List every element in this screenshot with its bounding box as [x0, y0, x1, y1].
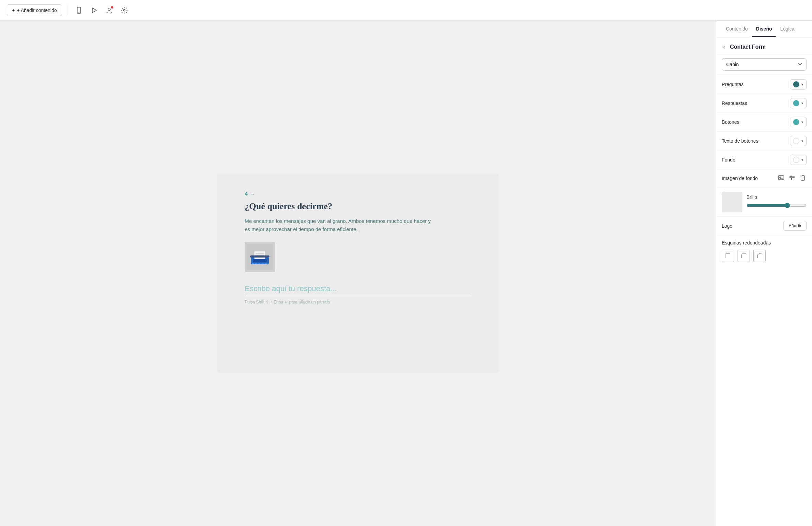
corners-section: Esquinas redondeadas: [716, 235, 812, 267]
question-number-row: 4 →: [245, 191, 471, 197]
preguntas-label: Preguntas: [722, 82, 744, 87]
settings-button[interactable]: [119, 5, 130, 16]
svg-point-23: [792, 177, 793, 178]
panel-tabs: Contenido Diseño Lógica: [716, 21, 812, 37]
question-description: Me encantan los mensajes que van al gran…: [245, 217, 437, 234]
texto-botones-chevron-icon: ▾: [801, 139, 803, 143]
svg-rect-7: [253, 259, 267, 262]
toolbar: + + Añadir contenido: [0, 0, 812, 21]
main-layout: 4 → ¿Qué quieres decirme? Me encantan lo…: [0, 21, 812, 526]
bg-preview-row: Brillo: [722, 192, 807, 212]
botones-color-btn[interactable]: ▾: [790, 117, 807, 127]
botones-chevron-icon: ▾: [801, 120, 803, 124]
preguntas-color-row: Preguntas ▾: [716, 75, 812, 94]
bg-image-label: Imagen de fondo: [722, 176, 758, 181]
svg-point-1: [79, 12, 79, 13]
preguntas-chevron-icon: ▾: [801, 82, 803, 87]
typewriter-icon: [247, 244, 273, 270]
svg-rect-17: [778, 176, 784, 180]
user-button[interactable]: [104, 5, 115, 16]
fondo-chevron-icon: ▾: [801, 158, 803, 162]
bg-image-actions: [777, 174, 807, 183]
svg-rect-16: [250, 255, 269, 258]
play-button[interactable]: [89, 5, 100, 16]
question-title: ¿Qué quieres decirme?: [245, 201, 471, 212]
add-content-button[interactable]: + + Añadir contenido: [7, 4, 62, 16]
texto-botones-label: Texto de botones: [722, 138, 758, 144]
corner-none-icon: [724, 252, 731, 259]
mobile-preview-button[interactable]: [73, 5, 84, 16]
question-number: 4: [245, 191, 248, 197]
font-selector-row: Cabin Arial Georgia Helvetica: [716, 54, 812, 75]
typewriter-image: [245, 242, 275, 272]
preguntas-color-dot: [793, 81, 799, 87]
bg-brightness-section: Brillo: [746, 194, 807, 210]
fondo-color-btn[interactable]: ▾: [790, 155, 807, 165]
bg-delete-button[interactable]: [799, 174, 807, 183]
preguntas-color-btn[interactable]: ▾: [790, 79, 807, 89]
svg-rect-14: [262, 263, 264, 264]
plus-icon: +: [12, 8, 15, 13]
svg-rect-15: [265, 263, 267, 264]
respuestas-color-dot: [793, 100, 799, 106]
back-button[interactable]: ‹: [722, 43, 727, 51]
botones-color-dot: [793, 119, 799, 125]
svg-point-4: [123, 9, 125, 11]
trash-icon: [800, 175, 805, 181]
fondo-color-dot: [793, 157, 799, 163]
bg-image-row: Imagen de fondo: [716, 169, 812, 188]
brillo-slider[interactable]: [746, 203, 807, 208]
panel-title: Contact Form: [730, 44, 766, 50]
fondo-label: Fondo: [722, 157, 735, 163]
bg-adjust-button[interactable]: [788, 174, 796, 183]
respuestas-color-row: Respuestas ▾: [716, 94, 812, 113]
canvas-content: 4 → ¿Qué quieres decirme? Me encantan lo…: [217, 174, 499, 373]
tab-logica[interactable]: Lógica: [776, 21, 799, 37]
canvas-area: 4 → ¿Qué quieres decirme? Me encantan lo…: [0, 21, 716, 526]
svg-rect-11: [252, 263, 254, 264]
logo-label: Logo: [722, 223, 732, 229]
bg-upload-button[interactable]: [777, 174, 785, 183]
panel-header: ‹ Contact Form: [716, 37, 812, 54]
tab-diseno[interactable]: Diseño: [752, 21, 776, 37]
corner-large-icon: [756, 252, 763, 259]
image-upload-icon: [778, 175, 784, 181]
corner-none-button[interactable]: [722, 250, 734, 262]
tab-contenido[interactable]: Contenido: [722, 21, 752, 37]
toolbar-divider: [68, 5, 68, 15]
bg-thumbnail: [722, 192, 742, 212]
texto-botones-color-row: Texto de botones ▾: [716, 132, 812, 151]
font-selector[interactable]: Cabin Arial Georgia Helvetica: [722, 58, 807, 71]
logo-row: Logo Añadir: [716, 217, 812, 235]
svg-point-24: [791, 179, 792, 180]
play-icon: [91, 7, 97, 14]
right-panel: Contenido Diseño Lógica ‹ Contact Form C…: [716, 21, 812, 526]
svg-rect-12: [255, 263, 257, 264]
respuestas-color-btn[interactable]: ▾: [790, 98, 807, 108]
corner-small-icon: [740, 252, 747, 259]
bg-preview-section: Brillo: [716, 188, 812, 217]
brillo-label: Brillo: [746, 194, 807, 200]
mobile-icon: [76, 7, 82, 14]
corner-large-button[interactable]: [753, 250, 766, 262]
logo-add-button[interactable]: Añadir: [783, 221, 807, 231]
respuestas-label: Respuestas: [722, 100, 747, 106]
fondo-color-row: Fondo ▾: [716, 151, 812, 169]
corners-label: Esquinas redondeadas: [722, 240, 807, 246]
gear-icon: [121, 7, 128, 14]
corners-options: [722, 250, 807, 262]
svg-marker-2: [92, 8, 96, 13]
corner-small-button[interactable]: [738, 250, 750, 262]
sliders-icon: [789, 175, 795, 181]
svg-point-3: [108, 8, 110, 10]
botones-label: Botones: [722, 119, 739, 125]
svg-rect-13: [258, 263, 260, 264]
svg-point-22: [791, 176, 792, 177]
question-arrow: →: [250, 191, 255, 197]
add-content-label: + Añadir contenido: [17, 8, 57, 13]
person-icon: [106, 7, 113, 14]
texto-botones-color-btn[interactable]: ▾: [790, 136, 807, 146]
answer-input[interactable]: [245, 282, 471, 296]
botones-color-row: Botones ▾: [716, 113, 812, 132]
texto-botones-color-dot: [793, 138, 799, 144]
